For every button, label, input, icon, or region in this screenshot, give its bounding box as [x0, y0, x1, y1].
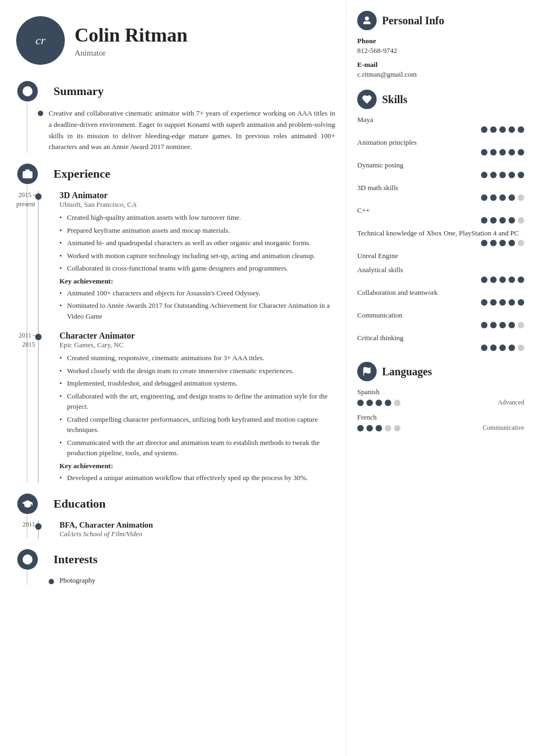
- language-name: French: [357, 413, 524, 422]
- bullet-item: Animated 100+ characters and objects for…: [59, 288, 335, 299]
- dot-empty: [518, 217, 524, 224]
- languages-title: Languages: [382, 366, 432, 378]
- bullet-item: Worked with motion capture technology in…: [59, 251, 335, 261]
- skill-item: Collaboration and teamwork: [357, 288, 524, 306]
- dot-empty: [385, 425, 391, 431]
- education-title: Education: [54, 497, 106, 511]
- language-level: Communicative: [483, 424, 524, 432]
- edu-degree-1: BFA, Character Animation: [59, 521, 335, 530]
- dot-filled: [481, 194, 487, 201]
- personal-info-section: Personal Info Phone 812-568-9742 E-mail …: [357, 11, 524, 79]
- language-dots: [357, 400, 400, 406]
- dot-filled: [499, 299, 506, 306]
- dot-empty: [518, 194, 524, 201]
- avatar: cr: [16, 16, 65, 65]
- dot-filled: [499, 276, 506, 283]
- dot-filled: [481, 322, 487, 328]
- interests-icon: [17, 549, 38, 570]
- experience-icon: [17, 164, 38, 184]
- skill-item: Analytical skills: [357, 266, 524, 283]
- dot-filled: [490, 345, 497, 351]
- timeline-dot-2: [35, 334, 42, 340]
- experience-section: Experience 2015 - present 3D Animator Ub…: [16, 164, 335, 483]
- dot-filled: [518, 172, 524, 178]
- key-achievement-label-2: Key achievement:: [59, 462, 335, 470]
- timeline-dot-1: [35, 193, 42, 200]
- bullet-item: Created stunning, responsive, cinematic …: [59, 353, 335, 363]
- skill-dots: [357, 240, 524, 246]
- dot-filled: [499, 322, 506, 328]
- email-label: E-mail: [357, 60, 524, 69]
- dot-filled: [481, 217, 487, 224]
- skill-dots: [357, 322, 524, 328]
- skill-name: Animation principles: [357, 138, 524, 147]
- skill-name: Technical knowledge of Xbox One, PlaySta…: [357, 229, 524, 238]
- dot-filled: [366, 425, 373, 431]
- job-company-1: Ubisoft, San Francisco, CA: [59, 200, 335, 209]
- languages-icon: [357, 362, 377, 381]
- personal-info-icon: [357, 11, 377, 30]
- dot-empty: [394, 400, 400, 406]
- skill-dots: [357, 276, 524, 283]
- skill-item: Communication: [357, 311, 524, 328]
- dot-filled: [509, 126, 515, 133]
- dot-filled: [490, 276, 497, 283]
- dot-filled: [385, 400, 391, 406]
- bullet-item: Worked closely with the design team to c…: [59, 366, 335, 376]
- skill-name: Analytical skills: [357, 266, 524, 274]
- key-achievement-bullets-1: Animated 100+ characters and objects for…: [59, 288, 335, 322]
- language-item: SpanishAdvanced: [357, 388, 524, 407]
- skill-name: Maya: [357, 116, 524, 124]
- dot-filled: [357, 400, 364, 406]
- dot-filled: [376, 400, 382, 406]
- job-bullets-1: Created high-quality animation assets wi…: [59, 212, 335, 274]
- right-column: Personal Info Phone 812-568-9742 E-mail …: [346, 0, 535, 756]
- dot-filled: [376, 425, 382, 431]
- bullet-item: Collaborated with the art, engineering, …: [59, 391, 335, 412]
- dot-filled: [518, 276, 524, 283]
- skill-name: C++: [357, 206, 524, 215]
- experience-timeline: 2015 - present 3D Animator Ubisoft, San …: [38, 191, 335, 483]
- skill-dots: [357, 299, 524, 306]
- dot-filled: [509, 149, 515, 156]
- skills-icon: [357, 90, 377, 109]
- education-section: Education 2011 BFA, Character Animation …: [16, 494, 335, 538]
- phone-value: 812-568-9742: [357, 46, 524, 55]
- skill-item: Dynamic posing: [357, 161, 524, 178]
- summary-title: Summary: [54, 84, 104, 98]
- bullet-item: Communicated with the art director and a…: [59, 437, 335, 458]
- skill-dots: [357, 217, 524, 224]
- edu-school-1: CalArts School of Film/Video: [59, 530, 335, 538]
- dot-filled: [366, 400, 373, 406]
- dot-filled: [499, 345, 506, 351]
- candidate-subtitle: Animator: [75, 49, 188, 58]
- job-company-2: Epic Games, Cary, NC: [59, 341, 335, 349]
- dot-filled: [481, 276, 487, 283]
- summary-paragraph: Creative and collaborative cinematic ani…: [49, 108, 335, 153]
- bullet-item: Prepared keyframe animation assets and m…: [59, 225, 335, 236]
- dot-filled: [499, 240, 506, 246]
- interest-dot-1: [49, 579, 54, 584]
- skill-item: Unreal Engine: [357, 252, 524, 260]
- dot-filled: [509, 276, 515, 283]
- skill-dots: [357, 126, 524, 133]
- job-title-2: Character Animator: [59, 331, 335, 341]
- phone-label: Phone: [357, 37, 524, 45]
- experience-title: Experience: [54, 167, 110, 181]
- dot-filled: [490, 172, 497, 178]
- dot-filled: [481, 172, 487, 178]
- dot-filled: [509, 322, 515, 328]
- job-date-1: 2015 - present: [0, 191, 35, 209]
- edu-date-1: 2011: [0, 521, 35, 529]
- svg-point-4: [365, 17, 369, 20]
- language-level: Advanced: [498, 399, 524, 407]
- dot-filled: [509, 172, 515, 178]
- dot-filled: [481, 240, 487, 246]
- skill-dots: [357, 194, 524, 201]
- dot-filled: [509, 194, 515, 201]
- bullet-item: Animated bi- and quadrupedal characters …: [59, 238, 335, 248]
- skill-dots: [357, 345, 524, 351]
- job-bullets-2: Created stunning, responsive, cinematic …: [59, 353, 335, 458]
- interests-section: Interests Photography: [16, 549, 335, 585]
- skill-item: Critical thinking: [357, 334, 524, 351]
